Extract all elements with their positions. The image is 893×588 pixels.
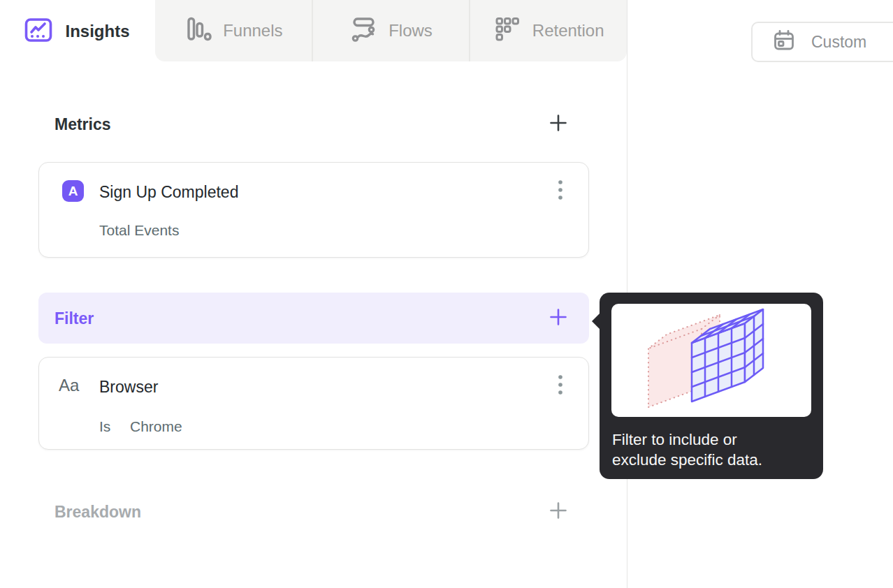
tab-flows[interactable]: Flows xyxy=(312,0,470,61)
insights-builder-screen: Insights Funnels Flows xyxy=(0,0,893,588)
metric-letter-badge: A xyxy=(62,180,84,202)
add-metric-button[interactable] xyxy=(549,115,568,134)
metric-menu-button[interactable] xyxy=(552,180,569,207)
breakdown-section-header: Breakdown xyxy=(38,496,589,528)
retention-dots-icon xyxy=(493,15,521,46)
tab-group: Funnels Flows xyxy=(155,0,627,61)
metrics-section-title: Metrics xyxy=(55,115,111,134)
tab-retention[interactable]: Retention xyxy=(469,0,627,61)
tab-insights[interactable]: Insights xyxy=(0,0,153,63)
calendar-icon xyxy=(772,29,796,55)
filter-property-name: Browser xyxy=(99,378,158,397)
tab-flows-label: Flows xyxy=(389,21,433,41)
filter-section-header: Filter xyxy=(38,293,589,344)
plus-icon xyxy=(549,113,568,135)
text-property-icon: Aa xyxy=(59,376,79,395)
filter-section-title: Filter xyxy=(55,309,94,328)
filter-value[interactable]: Chrome xyxy=(130,418,182,435)
metric-event-name: Sign Up Completed xyxy=(99,183,238,202)
kebab-icon xyxy=(558,179,563,207)
add-breakdown-button[interactable] xyxy=(549,502,568,522)
filter-cube-illustration xyxy=(611,304,811,417)
metric-card[interactable]: A Sign Up Completed Total Events xyxy=(38,162,589,258)
line-chart-icon xyxy=(23,15,54,48)
kebab-icon xyxy=(558,374,563,402)
tooltip-text-line1: Filter to include or xyxy=(612,429,762,450)
flows-icon xyxy=(349,15,377,46)
tab-insights-label: Insights xyxy=(65,22,129,41)
filter-menu-button[interactable] xyxy=(552,375,569,402)
custom-date-range-button[interactable]: Custom xyxy=(751,22,893,62)
filter-card[interactable]: Aa Browser Is Chrome xyxy=(38,357,589,450)
funnel-bars-icon xyxy=(184,15,212,46)
plus-icon xyxy=(549,307,568,330)
filter-tooltip: Filter to include or exclude specific da… xyxy=(600,293,823,479)
custom-date-label: Custom xyxy=(811,33,866,52)
tooltip-arrow xyxy=(592,313,600,330)
tooltip-text-line2: exclude specific data. xyxy=(612,450,762,470)
metrics-section-header: Metrics xyxy=(38,109,589,140)
filter-operator[interactable]: Is xyxy=(99,418,110,435)
breakdown-section-title: Breakdown xyxy=(55,503,141,522)
metric-aggregation[interactable]: Total Events xyxy=(99,222,179,239)
plus-icon xyxy=(549,501,568,523)
tab-funnels-label: Funnels xyxy=(223,21,282,41)
tab-retention-label: Retention xyxy=(532,21,604,41)
add-filter-button[interactable] xyxy=(549,309,568,328)
tab-funnels[interactable]: Funnels xyxy=(155,0,312,61)
